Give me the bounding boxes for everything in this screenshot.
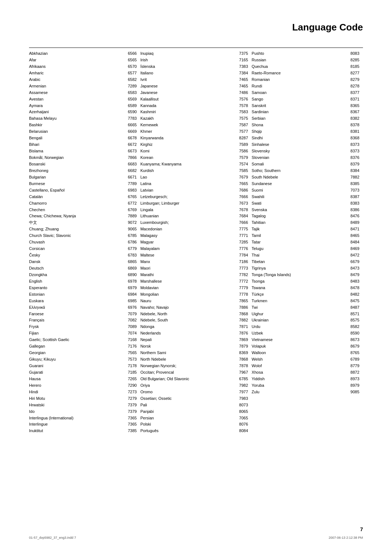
list-item: Faroese7079	[29, 311, 137, 317]
list-item: Ivrit7465	[140, 77, 248, 83]
language-name: Slovensky	[252, 148, 346, 154]
column-2: Inupiaq7375Irish7165Íslenska7383Italiano…	[140, 51, 252, 435]
language-name: Bashkir	[29, 122, 123, 128]
language-code: 8065	[234, 409, 248, 415]
language-code: 8779	[346, 363, 359, 369]
language-code: 7289	[123, 83, 137, 89]
language-code: 7878	[234, 363, 248, 369]
language-name: Ukrainian	[252, 317, 346, 323]
language-name: Irish	[140, 57, 234, 63]
language-code: 8084	[234, 428, 248, 434]
language-name: Northern Sami	[140, 350, 234, 356]
language-code: 7565	[123, 350, 137, 356]
language-name: Chuang; Zhuang	[29, 226, 123, 232]
language-name: Luxembourgish;	[140, 220, 234, 226]
language-code: 7886	[234, 305, 248, 311]
language-name: Dansk	[29, 259, 123, 265]
list-item: Marshallese7772	[140, 279, 248, 284]
language-name: Kirghiz	[140, 142, 234, 148]
list-item: Gallegan7176	[29, 344, 137, 349]
language-code: 7782	[234, 272, 248, 278]
list-item: Ndebele, South7882	[140, 317, 248, 323]
list-item: Macedonian7775	[140, 226, 248, 232]
list-item: Romanian8279	[252, 77, 359, 83]
list-item: Bulgarian6671	[29, 175, 137, 180]
language-code: 7577	[234, 129, 248, 135]
list-item: Mongolian7778	[140, 292, 248, 297]
list-item: Serbian8382	[252, 116, 359, 122]
list-item: Volapuk8679	[252, 344, 359, 349]
language-name: Bihari	[29, 142, 123, 148]
language-name: Hrwatski	[29, 402, 123, 408]
language-name: Kurdish	[140, 168, 234, 174]
language-code: 7686	[234, 188, 248, 193]
language-code: 6566	[123, 51, 137, 57]
language-code: 7576	[234, 97, 248, 102]
list-item: Ossetian; Ossetic7983	[140, 396, 248, 402]
language-code: 6765	[123, 194, 137, 200]
language-name: Česky	[29, 253, 123, 258]
language-code: 8479	[346, 272, 359, 278]
language-name: Afrikaans	[29, 64, 123, 70]
language-name: Sotho; Southern	[252, 168, 346, 174]
language-code: 6769	[123, 207, 137, 213]
language-name: Interlingue	[29, 422, 123, 427]
page: Language Code Abkhazian6566Afar6565Afrik…	[0, 0, 392, 554]
language-name: Kinyarwanda	[140, 135, 234, 141]
language-name: Afar	[29, 57, 123, 63]
list-item: Bislama6673	[29, 148, 137, 154]
list-item: Tswana8478	[252, 285, 359, 291]
language-code: 8673	[346, 337, 359, 343]
language-name: Uighur	[252, 311, 346, 317]
list-item: Raeto-Romance8277	[252, 70, 359, 76]
list-item: English6978	[29, 279, 137, 284]
list-item: Amharic6577	[29, 70, 137, 76]
language-name: Macedonian	[140, 226, 234, 232]
list-item: Komi7586	[140, 148, 248, 154]
language-name: Tibetan	[252, 259, 346, 265]
language-name: Euskara	[29, 298, 123, 304]
list-item: Dzongkha6890	[29, 272, 137, 278]
language-code: 6984	[123, 292, 137, 297]
language-name: Swati	[252, 201, 346, 206]
list-item: Svenska8386	[252, 207, 359, 213]
language-code: 7579	[234, 155, 248, 161]
language-name: Avestan	[29, 97, 123, 102]
list-item: Tagalog8476	[252, 213, 359, 219]
language-code: 7967	[234, 370, 248, 376]
language-name: Chechen	[29, 207, 123, 213]
language-name: Church Slavic; Slavonic	[29, 233, 123, 239]
language-code: 8475	[346, 298, 359, 304]
language-code: 6583	[123, 90, 137, 96]
language-code: 6786	[123, 239, 137, 245]
language-name: Suomi	[252, 188, 346, 193]
language-code: 8483	[346, 279, 359, 284]
language-code: 8465	[346, 233, 359, 239]
language-code: 7889	[123, 213, 137, 219]
language-code: 6789	[346, 357, 359, 362]
language-code: 8872	[346, 370, 359, 376]
language-name: Kannada	[140, 103, 234, 109]
footer-date: 2007-06-13 2:12:38 PM	[328, 536, 363, 539]
language-name: Amharic	[29, 70, 123, 76]
language-code: 7176	[123, 344, 137, 349]
language-name: Burmese	[29, 181, 123, 187]
language-name: Raeto-Romance	[252, 70, 346, 76]
list-item: Xhosa8872	[252, 370, 359, 376]
language-name: Nepali	[140, 337, 234, 343]
list-item: Walloon8765	[252, 350, 359, 356]
list-item: Tamil8465	[252, 233, 359, 239]
list-item: Hrwatski7379	[29, 402, 137, 408]
language-name: Shqip	[252, 129, 346, 135]
language-name: Telugu	[252, 246, 346, 252]
list-item: Hindi7273	[29, 389, 137, 395]
language-name: Português	[140, 428, 234, 434]
list-item: Japanese7465	[140, 83, 248, 89]
list-item: Slovenian8376	[252, 155, 359, 161]
language-code: 8487	[346, 305, 359, 311]
list-item: Français7082	[29, 317, 137, 323]
language-name: South Ndebele	[252, 175, 346, 180]
language-code: 6983	[123, 188, 137, 193]
language-code: 7666	[234, 194, 248, 200]
language-code: 7775	[234, 226, 248, 232]
